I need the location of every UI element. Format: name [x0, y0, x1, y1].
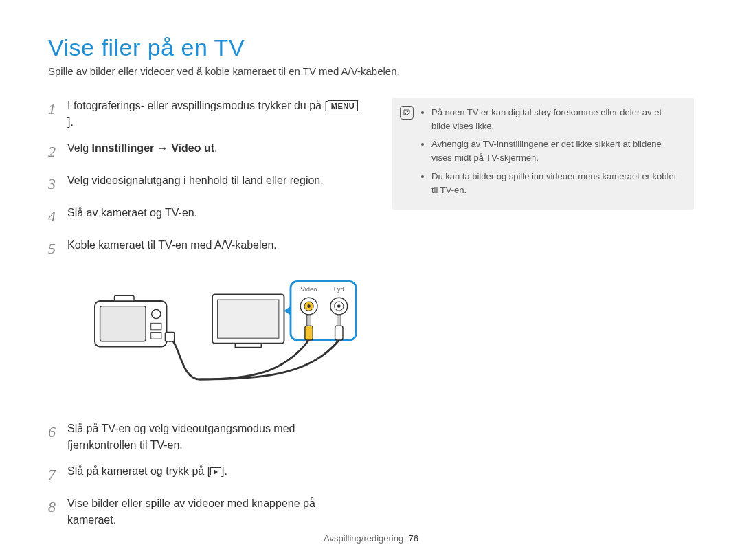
video-jack-label: Video: [301, 285, 317, 293]
svg-point-12: [307, 304, 311, 308]
svg-rect-20: [337, 315, 341, 326]
note-item: Avhengig av TV-innstillingene er det ikk…: [431, 137, 683, 165]
tv-icon: [212, 295, 284, 348]
svg-rect-16: [166, 333, 175, 341]
svg-rect-17: [305, 326, 313, 340]
step-5: 5 Koble kameraet til TV-en med A/V-kabel…: [48, 237, 364, 260]
step-text: Velg videosignalutgang i henhold til lan…: [67, 172, 324, 189]
step-number: 3: [48, 172, 63, 195]
svg-rect-1: [100, 306, 146, 341]
step-number: 6: [48, 421, 63, 443]
step-number: 8: [48, 495, 63, 518]
step-text: Slå av kameraet og TV-en.: [67, 205, 197, 221]
connection-diagram: Video Lyd: [67, 275, 383, 405]
step-8: 8 Vise bilder eller spille av videoer me…: [48, 495, 364, 528]
audio-jack-label: Lyd: [334, 285, 344, 293]
step-3: 3 Velg videosignalutgang i henhold til l…: [48, 172, 364, 195]
notes-column: På noen TV-er kan digital støy forekomme…: [392, 98, 694, 538]
step-1: 1 I fotograferings- eller avspillingsmod…: [48, 98, 364, 131]
svg-rect-7: [218, 300, 279, 338]
svg-rect-5: [115, 295, 135, 301]
step-2: 2 Velg Innstillinger → Video ut.: [48, 140, 364, 163]
svg-rect-18: [307, 315, 311, 326]
step-number: 4: [48, 205, 63, 227]
manual-page: Vise filer på en TV Spille av bilder ell…: [0, 0, 742, 560]
step-7: 7 Slå på kameraet og trykk på [].: [48, 463, 364, 486]
step-number: 5: [48, 237, 63, 260]
page-title: Vise filer på en TV: [48, 34, 694, 61]
steps-column: 1 I fotograferings- eller avspillingsmod…: [48, 98, 364, 538]
page-subtitle: Spille av bilder eller videoer ved å kob…: [48, 65, 694, 77]
svg-rect-3: [151, 323, 161, 330]
step-4: 4 Slå av kameraet og TV-en.: [48, 205, 364, 227]
svg-rect-8: [235, 344, 261, 348]
playback-icon: [210, 467, 221, 475]
footer-section: Avspilling/redigering: [324, 533, 403, 544]
note-item: På noen TV-er kan digital støy forekomme…: [431, 106, 683, 133]
note-icon: [400, 106, 414, 120]
step-number: 2: [48, 140, 63, 163]
step-6: 6 Slå på TV-en og velg videoutgangsmodus…: [48, 421, 364, 453]
step-text: Slå på TV-en og velg videoutgangsmodus m…: [67, 421, 364, 453]
note-item: Du kan ta bilder og spille inn videoer m…: [431, 170, 683, 197]
svg-rect-4: [151, 333, 161, 339]
step-text: Slå på kameraet og trykk på [].: [67, 463, 227, 480]
step-number: 1: [48, 98, 63, 120]
svg-point-2: [152, 309, 161, 318]
svg-point-15: [337, 304, 341, 308]
step-text: I fotograferings- eller avspillingsmodus…: [67, 98, 364, 131]
av-jacks-callout: Video Lyd: [284, 282, 357, 341]
camera-icon: [95, 295, 167, 346]
step-text: Velg Innstillinger → Video ut.: [67, 140, 217, 157]
page-footer: Avspilling/redigering 76: [0, 533, 742, 544]
step-text: Vise bilder eller spille av videoer med …: [67, 495, 364, 528]
note-box: På noen TV-er kan digital støy forekomme…: [392, 98, 694, 210]
step-text: Koble kameraet til TV-en med A/V-kabelen…: [67, 237, 277, 254]
step-number: 7: [48, 463, 63, 486]
footer-page-number: 76: [408, 533, 418, 544]
content-columns: 1 I fotograferings- eller avspillingsmod…: [48, 98, 694, 538]
note-list: På noen TV-er kan digital støy forekomme…: [422, 106, 683, 197]
menu-button-label: MENU: [328, 100, 358, 111]
svg-rect-19: [335, 326, 343, 340]
